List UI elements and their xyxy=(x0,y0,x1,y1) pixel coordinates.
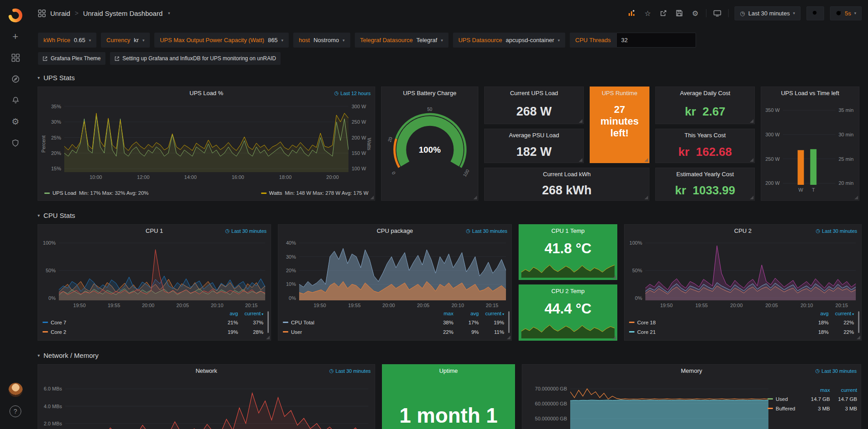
legend-scrollbar[interactable] xyxy=(508,311,510,333)
panel-title[interactable]: Current UPS Load xyxy=(485,87,583,99)
panel-title[interactable]: Memory xyxy=(522,365,861,377)
sidebar-item-dashboards[interactable] xyxy=(0,47,31,68)
template-variables-row: kWh Price 0.65 ▾ Currency kr ▾ UPS Max O… xyxy=(31,26,868,48)
cpu-package-graph[interactable]: 0%10%20%30%40%19:5019:5520:0020:0520:102… xyxy=(278,237,511,309)
chart-canvas xyxy=(64,103,348,172)
breadcrumb-dashboard-title[interactable]: Unraid System Dashboard xyxy=(83,10,162,17)
breadcrumb-app[interactable]: Unraid xyxy=(50,10,70,17)
panel-title[interactable]: Average Daily Cost xyxy=(656,87,754,99)
legend-header[interactable]: avg xyxy=(213,311,238,316)
legend-row[interactable]: Core 7 21% 37% xyxy=(43,318,263,327)
variable-ups-max-output[interactable]: UPS Max Output Power Capacity (Watt) 865… xyxy=(154,33,289,48)
variable-value: Nostromo xyxy=(314,37,339,43)
variable-kwh-price[interactable]: kWh Price 0.65 ▾ xyxy=(38,33,96,48)
legend-scrollbar[interactable] xyxy=(267,311,269,333)
axis-tick-label: 25 min xyxy=(839,156,859,162)
panel-title[interactable]: Average PSU Load xyxy=(485,129,583,141)
chart-canvas xyxy=(521,323,615,338)
panel-title[interactable]: Network xyxy=(38,365,375,377)
dashboard-settings-button[interactable]: ⚙ xyxy=(690,8,700,18)
legend-header[interactable]: current▾ xyxy=(479,311,504,316)
axis-tick-label: 60.000000 GB xyxy=(522,401,567,406)
panel-title[interactable]: UPS Runtime xyxy=(590,87,649,99)
legend-row[interactable]: Core 21 18% 22% xyxy=(629,327,854,337)
axis-tick-label: 20 min xyxy=(839,180,859,186)
panel-title[interactable]: UPS Load vs Time left xyxy=(761,87,859,99)
axis-tick-label: 30% xyxy=(278,254,296,260)
axis-tick-label: 19:55 xyxy=(108,303,120,308)
section-ups-stats[interactable]: ▾ UPS Stats xyxy=(38,68,861,87)
link-ups-monitoring-guide[interactable]: Setting up Grafana and InfluxDB for UPS … xyxy=(110,52,281,65)
axis-tick-label: 20:10 xyxy=(452,303,464,308)
legend: UPS Load Min: 17% Max: 32% Avg: 20% Watt… xyxy=(38,188,375,200)
ups-load-graph[interactable]: 15%20%25%30%35%100 W150 W200 W250 W300 W… xyxy=(38,99,375,188)
share-button[interactable] xyxy=(658,8,668,18)
panel-title[interactable]: Estimated Yearly Cost xyxy=(656,168,754,180)
legend-header[interactable]: current▾ xyxy=(238,311,263,316)
legend-row[interactable]: Core 2 19% 28% xyxy=(43,327,263,337)
axis-tick-label: 300 W xyxy=(761,132,780,137)
star-button[interactable]: ☆ xyxy=(643,8,653,18)
panel-title[interactable]: CPU 2 Temp xyxy=(519,285,617,297)
variable-telegraf-datasource[interactable]: Telegraf Datasource Telegraf ▾ xyxy=(355,33,448,48)
legend-row[interactable]: Core 18 18% 22% xyxy=(629,318,854,327)
panel-title[interactable]: UPS Load % xyxy=(38,87,375,99)
legend-scrollbar[interactable] xyxy=(858,311,859,333)
cycle-view-button[interactable] xyxy=(712,8,722,18)
variable-value: kr xyxy=(134,37,139,43)
add-panel-button[interactable] xyxy=(627,8,637,18)
variable-label: Currency xyxy=(106,37,130,43)
axis-tick-label: 20:15 xyxy=(835,303,848,308)
legend-header[interactable]: max xyxy=(803,387,830,393)
sidebar-item-configuration[interactable]: ⚙ xyxy=(0,111,31,132)
legend-header[interactable]: avg xyxy=(453,311,479,316)
sidebar-item-alerting[interactable] xyxy=(0,90,31,111)
time-range-picker[interactable]: ◷ Last 30 minutes ▾ xyxy=(734,6,801,20)
clock-icon: ◷ xyxy=(816,228,820,234)
legend-header[interactable]: current xyxy=(830,387,857,393)
variable-ups-datasource[interactable]: UPS Datasource apcupsd-container ▾ xyxy=(453,33,565,48)
stat-value: 268 kWh xyxy=(485,180,649,200)
network-graph[interactable]: 2.0 MBs4.0 MBs6.0 MBs xyxy=(38,377,375,429)
cpu-2-graph[interactable]: 0%50%100%19:5019:5520:0020:0520:1020:15 xyxy=(625,237,861,309)
axis-tick-label: 300 W xyxy=(352,104,375,109)
legend-item-ups-load[interactable]: UPS Load Min: 17% Max: 32% Avg: 20% xyxy=(44,190,148,196)
sidebar-item-create[interactable]: + xyxy=(0,26,31,47)
chevron-down-icon[interactable]: ▾ xyxy=(168,11,170,15)
legend-row[interactable]: CPU Total 38% 17% 19% xyxy=(283,318,504,327)
axis-tick-label: 0% xyxy=(278,295,296,301)
cpu-1-graph[interactable]: 0%50%100%19:5019:5520:0020:0520:1020:15 xyxy=(38,237,271,309)
sidebar-item-explore[interactable] xyxy=(0,68,31,90)
axis-tick-label: 250 W xyxy=(352,119,375,125)
legend-swatch xyxy=(629,331,634,333)
ups-load-vs-time-chart[interactable]: 200 W250 W300 W350 W20 min25 min30 min35… xyxy=(761,99,859,200)
legend-row[interactable]: User 22% 9% 11% xyxy=(283,327,504,337)
legend-row[interactable]: Used 14.7 GB 14.7 GB xyxy=(768,394,857,404)
section-cpu-stats[interactable]: ▾ CPU Stats xyxy=(38,206,861,224)
variable-host[interactable]: host Nostromo ▾ xyxy=(293,33,350,48)
legend-row[interactable]: Buffered 3 MB 3 MB xyxy=(768,404,857,413)
cpu-threads-input[interactable] xyxy=(616,33,696,48)
sidebar-item-profile[interactable] xyxy=(0,379,31,400)
save-button[interactable] xyxy=(674,8,684,18)
sidebar-item-server-admin[interactable] xyxy=(0,132,31,154)
variable-currency[interactable]: Currency kr ▾ xyxy=(101,33,150,48)
panel-title[interactable]: Uptime xyxy=(382,365,515,377)
legend-item-watts[interactable]: Watts Min: 148 W Max: 278 W Avg: 175 W xyxy=(261,190,368,196)
link-grafana-plex-theme[interactable]: Grafana Plex Theme xyxy=(38,52,105,65)
panel-title[interactable]: CPU 1 Temp xyxy=(519,225,617,237)
panel-title[interactable]: This Years Cost xyxy=(656,129,754,141)
grafana-logo[interactable] xyxy=(0,5,31,26)
legend-header[interactable]: avg xyxy=(803,311,829,316)
variable-label: CPU Threads xyxy=(575,37,611,43)
axis-tick-label: 20:10 xyxy=(211,303,224,308)
panel-title[interactable]: Current Load kWh xyxy=(485,168,649,180)
sidebar-item-help[interactable]: ? xyxy=(0,400,31,422)
section-network-memory[interactable]: ▾ Network / Memory xyxy=(38,346,861,364)
zoom-out-button[interactable] xyxy=(806,6,824,20)
legend-header[interactable]: current▾ xyxy=(829,311,854,316)
legend-header[interactable]: max xyxy=(428,311,453,316)
refresh-picker[interactable]: 5s ▾ xyxy=(830,6,862,20)
stat-value: kr 1033.99 xyxy=(656,180,754,200)
panel-title[interactable]: UPS Battery Charge xyxy=(382,87,478,99)
